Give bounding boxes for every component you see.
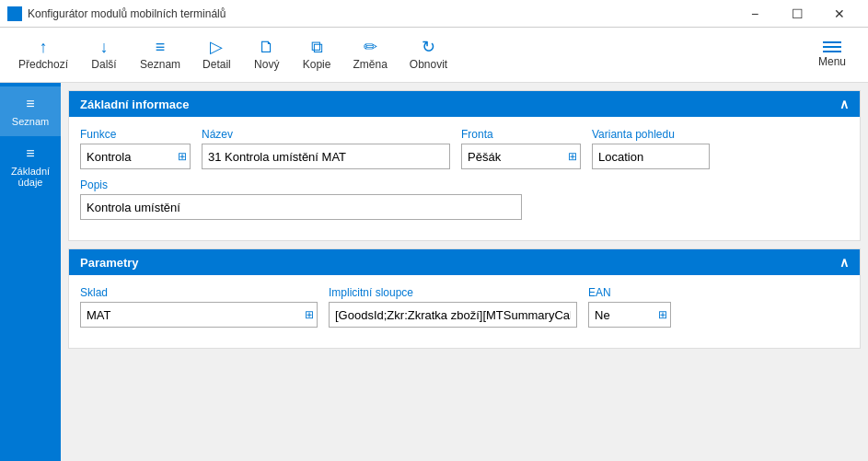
popis-label: Popis — [80, 179, 849, 191]
sklad-input[interactable] — [80, 302, 318, 328]
refresh-button[interactable]: ↻ Obnovit — [399, 28, 458, 82]
copy-button[interactable]: ⧉ Kopie — [292, 28, 342, 82]
title-bar-controls: − ☐ ✕ — [734, 0, 861, 28]
menu-button[interactable]: Menu — [804, 28, 861, 82]
nazev-label: Název — [202, 128, 450, 141]
fronta-select-wrapper: ⊞ — [461, 144, 581, 169]
change-label: Změna — [353, 58, 387, 71]
title-bar: Konfigurátor modulů mobilních terminálů … — [0, 0, 868, 28]
close-button[interactable]: ✕ — [818, 0, 861, 28]
funkce-select-wrapper: ⊞ — [80, 144, 191, 169]
implicitni-label: Implicitní sloupce — [329, 286, 577, 299]
basic-row-2: Popis — [80, 179, 849, 220]
sklad-select-wrapper: ⊞ — [80, 302, 318, 328]
copy-icon: ⧉ — [311, 39, 323, 55]
list-icon: ≡ — [156, 39, 166, 55]
new-icon: 🗋 — [259, 39, 275, 55]
fronta-input[interactable] — [461, 144, 581, 169]
next-icon: ↓ — [100, 39, 109, 55]
popis-input[interactable] — [80, 194, 522, 220]
sklad-label: Sklad — [80, 286, 318, 299]
funkce-input[interactable] — [80, 144, 191, 169]
zakladni-icon: ≡ — [26, 145, 34, 162]
basic-info-body: Funkce ⊞ Název Fronta — [69, 117, 860, 240]
basic-info-chevron[interactable]: ∧ — [839, 97, 849, 111]
detail-icon: ▷ — [210, 39, 223, 55]
ean-label: EAN — [588, 286, 671, 299]
basic-info-header: Základní informace ∧ — [69, 91, 860, 117]
list-button[interactable]: ≡ Seznam — [129, 28, 191, 82]
funkce-field: Funkce ⊞ — [80, 128, 191, 169]
prev-icon: ↑ — [40, 39, 48, 55]
prev-label: Předchozí — [18, 58, 68, 71]
sklad-field: Sklad ⊞ — [80, 286, 318, 328]
ean-input[interactable] — [588, 302, 671, 328]
ean-select-wrapper: ⊞ — [588, 302, 671, 328]
menu-label: Menu — [818, 55, 846, 68]
refresh-icon: ↻ — [422, 39, 435, 55]
implicitni-field: Implicitní sloupce — [329, 286, 577, 328]
sidebar-item-seznam[interactable]: ≡ Seznam — [0, 86, 61, 136]
funkce-label: Funkce — [80, 128, 191, 141]
title-bar-left: Konfigurátor modulů mobilních terminálů — [7, 6, 226, 21]
varianta-input[interactable] — [592, 144, 710, 169]
minimize-button[interactable]: − — [734, 0, 776, 28]
new-button[interactable]: 🗋 Nový — [242, 28, 292, 82]
sidebar: ≡ Seznam ≡ Základníúdaje — [0, 83, 61, 461]
params-title: Parametry — [80, 256, 139, 270]
popis-field: Popis — [80, 179, 849, 220]
title-bar-title: Konfigurátor modulů mobilních terminálů — [28, 7, 226, 20]
varianta-field: Varianta pohledu — [592, 128, 710, 169]
detail-label: Detail — [203, 58, 231, 71]
sidebar-seznam-label: Seznam — [12, 116, 49, 127]
params-chevron[interactable]: ∧ — [839, 255, 849, 270]
basic-row-1: Funkce ⊞ Název Fronta — [80, 128, 849, 169]
varianta-label: Varianta pohledu — [592, 128, 710, 141]
main-layout: ≡ Seznam ≡ Základníúdaje Základní inform… — [0, 83, 868, 461]
content-area: Základní informace ∧ Funkce ⊞ Název — [61, 83, 868, 461]
nazev-input[interactable] — [202, 144, 450, 169]
new-label: Nový — [254, 58, 279, 71]
list-label: Seznam — [140, 58, 180, 71]
basic-info-title: Základní informace — [80, 98, 189, 111]
app-icon — [7, 6, 22, 21]
change-button[interactable]: ✏ Změna — [341, 28, 398, 82]
seznam-icon: ≡ — [26, 96, 34, 112]
params-body: Sklad ⊞ Implicitní sloupce EAN — [69, 275, 860, 348]
nazev-field: Název — [202, 128, 450, 169]
next-button[interactable]: ↓ Další — [79, 28, 129, 82]
sidebar-item-zakladni[interactable]: ≡ Základníúdaje — [0, 136, 61, 197]
change-icon: ✏ — [364, 39, 377, 55]
basic-info-section: Základní informace ∧ Funkce ⊞ Název — [68, 90, 861, 241]
menu-icon — [823, 41, 841, 52]
fronta-label: Fronta — [461, 128, 581, 141]
params-header: Parametry ∧ — [69, 249, 860, 275]
next-label: Další — [91, 58, 116, 71]
params-section: Parametry ∧ Sklad ⊞ Implicitní sloupce — [68, 248, 861, 349]
ean-field: EAN ⊞ — [588, 286, 671, 328]
copy-label: Kopie — [303, 58, 331, 71]
prev-button[interactable]: ↑ Předchozí — [7, 28, 79, 82]
toolbar: ↑ Předchozí ↓ Další ≡ Seznam ▷ Detail 🗋 … — [0, 28, 868, 83]
implicitni-input[interactable] — [329, 302, 577, 328]
detail-button[interactable]: ▷ Detail — [191, 28, 242, 82]
maximize-button[interactable]: ☐ — [776, 0, 818, 28]
sidebar-zakladni-label: Základníúdaje — [11, 166, 50, 188]
refresh-label: Obnovit — [410, 58, 447, 71]
params-row-1: Sklad ⊞ Implicitní sloupce EAN — [80, 286, 849, 328]
fronta-field: Fronta ⊞ — [461, 128, 581, 169]
